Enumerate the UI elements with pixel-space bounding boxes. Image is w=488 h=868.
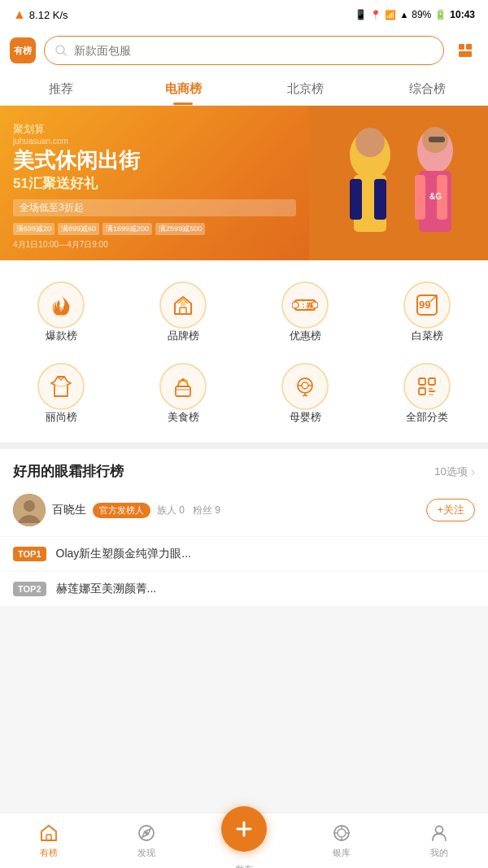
nav-item-publish[interactable]: 发布: [195, 806, 293, 868]
dress-icon: [48, 373, 74, 399]
tab-comprehensive[interactable]: 综合榜: [366, 72, 488, 105]
svg-point-41: [24, 500, 35, 512]
nav-item-home[interactable]: 有榜: [0, 822, 98, 859]
banner-image: &G: [309, 106, 488, 260]
author-row: 百晓生 官方发榜人 族人 0 粉丝 9 +关注: [0, 489, 488, 536]
svg-point-19: [292, 302, 298, 308]
coupon-4: 满2599减500: [155, 223, 205, 235]
user-icon: [429, 822, 450, 844]
category-food[interactable]: 美食榜: [122, 355, 244, 436]
svg-rect-42: [46, 835, 51, 840]
nav-label-discover: 发现: [137, 847, 155, 859]
category-coupon[interactable]: 券 优惠榜: [244, 273, 366, 355]
category-fashion[interactable]: 丽尚榜: [0, 355, 122, 436]
svg-point-48: [338, 829, 346, 837]
banner-sub-title: 51汇聚送好礼: [13, 174, 296, 193]
banner[interactable]: 聚划算 juhuasuan.com 美式休闲出街 51汇聚送好礼 全场低至3折起…: [0, 106, 488, 260]
category-brand[interactable]: 品牌榜: [122, 273, 244, 355]
category-all[interactable]: 全部分类: [366, 355, 488, 436]
coupon-3: 满1699减200: [102, 223, 152, 235]
category-price[interactable]: 99 白菜榜: [366, 273, 488, 355]
ranking-header: 好用的眼霜排行榜 10选项 ›: [0, 449, 488, 489]
nav-tabs: 推荐 电商榜 北京榜 综合榜: [0, 72, 488, 106]
chevron-right-icon: ›: [471, 465, 475, 479]
svg-rect-6: [350, 179, 362, 220]
svg-rect-35: [429, 378, 435, 385]
category-label-hot: 爆款榜: [46, 329, 77, 343]
category-baby[interactable]: 母婴榜: [244, 355, 366, 436]
status-right: 📱 📍 📶 ▲ 89% 🔋 10:43: [355, 9, 475, 20]
svg-rect-2: [309, 106, 488, 260]
nav-label-publish: 发布: [235, 863, 253, 868]
svg-rect-34: [419, 378, 425, 385]
tab-ecommerce[interactable]: 电商榜: [122, 72, 244, 105]
grid-menu-icon[interactable]: [452, 37, 478, 63]
svg-rect-26: [176, 386, 190, 396]
ranking-meta[interactable]: 10选项 ›: [434, 465, 475, 479]
category-label-price: 白菜榜: [412, 329, 443, 343]
svg-rect-11: [415, 175, 425, 220]
svg-text:券: 券: [305, 302, 314, 310]
category-hot[interactable]: 爆款榜: [0, 273, 122, 355]
svg-rect-14: [429, 137, 445, 142]
svg-point-44: [145, 831, 148, 835]
category-section: 爆款榜 品牌榜 券: [0, 260, 488, 443]
logo-text: 有榜: [14, 45, 32, 57]
battery-percent: 89%: [412, 9, 431, 20]
tab-recommend[interactable]: 推荐: [0, 72, 122, 105]
svg-text:99: 99: [419, 299, 430, 311]
nav-label-mine: 我的: [430, 847, 448, 859]
nav-item-mine[interactable]: 我的: [390, 822, 488, 859]
category-label-brand: 品牌榜: [168, 329, 199, 343]
search-icon: [54, 44, 68, 57]
coupon-1: 满699减20: [13, 223, 54, 235]
tribe-info: 族人 0 粉丝 9: [157, 504, 220, 517]
svg-point-5: [355, 128, 385, 157]
rank-badge-top1: TOP1: [13, 547, 46, 561]
svg-point-27: [178, 380, 181, 383]
category-label-food: 美食榜: [168, 410, 199, 425]
svg-point-28: [181, 378, 185, 382]
search-bar[interactable]: [44, 36, 444, 65]
ranking-item-1[interactable]: TOP1 Olay新生塑颜金纯弹力眼...: [0, 536, 488, 571]
wifi-icon: ▲: [399, 10, 408, 20]
category-label-coupon: 优惠榜: [290, 329, 321, 343]
discover-icon: [136, 822, 157, 844]
svg-rect-17: [181, 302, 185, 306]
svg-line-1: [63, 53, 66, 55]
tab-beijing[interactable]: 北京榜: [244, 72, 366, 105]
logo[interactable]: 有榜: [10, 37, 36, 63]
coupon-2: 满899减60: [58, 223, 99, 235]
bottom-nav: 有榜 发现 发布 银库: [0, 813, 488, 868]
signal-icon: 📶: [385, 10, 396, 20]
publish-button[interactable]: [221, 806, 267, 852]
banner-discount: 全场低至3折起: [13, 199, 296, 216]
svg-rect-39: [429, 388, 433, 390]
banner-subtitle: juhuasuan.com: [13, 137, 296, 146]
brand-icon: [170, 292, 196, 318]
all-categories-icon: [414, 373, 440, 399]
category-label-baby: 母婴榜: [290, 410, 321, 425]
svg-rect-16: [180, 308, 186, 314]
follow-button[interactable]: +关注: [426, 499, 475, 521]
banner-photo-svg: &G: [309, 106, 488, 260]
home-icon: [38, 822, 59, 844]
ranking-count: 10选项: [434, 465, 467, 479]
ranking-item-2[interactable]: TOP2 赫莲娜至美溯颜菁...: [0, 571, 488, 606]
svg-point-32: [302, 382, 308, 389]
nav-item-discover[interactable]: 发现: [98, 822, 195, 859]
coupon-icon: 券: [292, 292, 318, 318]
search-input[interactable]: [74, 44, 434, 57]
banner-date: 4月1日10:00—4月7日9:00: [13, 239, 296, 251]
svg-point-49: [436, 827, 443, 834]
food-icon: [170, 373, 196, 399]
bank-icon: [331, 822, 352, 844]
phone-icon: 📱: [355, 9, 367, 20]
ranking-title: 好用的眼霜排行榜: [13, 462, 124, 481]
nav-item-bank[interactable]: 银库: [293, 822, 390, 859]
plus-icon: [233, 818, 255, 840]
rank-badge-top2: TOP2: [13, 582, 46, 596]
baby-icon: [292, 373, 318, 399]
location-icon: 📍: [370, 10, 381, 20]
section-separator: [0, 443, 488, 449]
